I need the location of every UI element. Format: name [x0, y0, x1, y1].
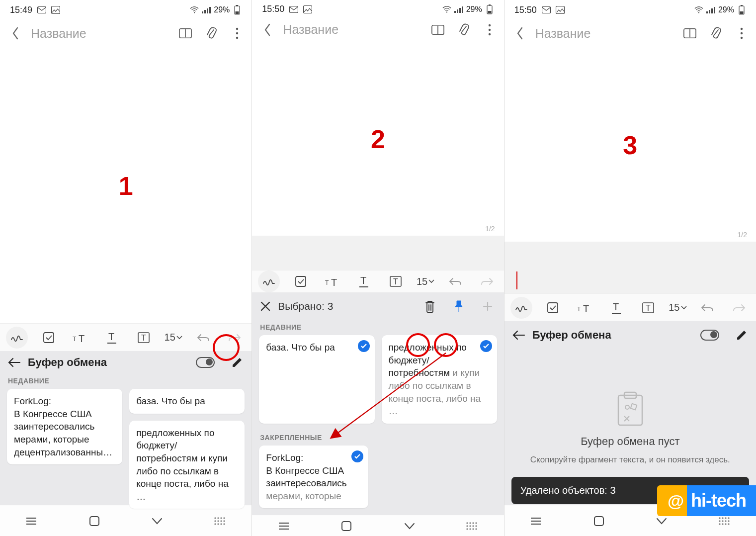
add-icon[interactable]: [479, 298, 496, 315]
redo-icon[interactable]: [476, 270, 498, 292]
svg-point-32: [221, 521, 222, 522]
note-canvas[interactable]: 2 1/2: [252, 43, 504, 236]
note-title-placeholder[interactable]: Название: [283, 22, 423, 37]
section-recent: НЕДАВНИЕ: [0, 374, 252, 387]
check-icon: [480, 340, 492, 352]
svg-text:T: T: [577, 306, 581, 313]
signal-icon: [706, 5, 715, 14]
handwriting-icon[interactable]: [6, 327, 28, 349]
close-selection-icon[interactable]: [260, 301, 271, 312]
nav-home-icon[interactable]: [591, 514, 606, 529]
svg-point-33: [224, 521, 225, 522]
text-underline-icon[interactable]: T: [605, 297, 627, 319]
nav-back-icon[interactable]: [402, 519, 417, 534]
svg-rect-92: [548, 303, 558, 313]
pin-icon[interactable]: [450, 298, 467, 315]
font-size-selector[interactable]: 15: [417, 276, 434, 287]
nav-home-icon[interactable]: [339, 519, 354, 534]
svg-rect-42: [457, 9, 458, 13]
undo-icon[interactable]: [696, 297, 718, 319]
edit-icon[interactable]: [735, 329, 748, 342]
nav-recents-icon[interactable]: [276, 519, 291, 534]
clip-item-selected[interactable]: предложенных по бюджету/потребностям и к…: [382, 335, 497, 424]
svg-point-66: [473, 523, 474, 524]
note-canvas[interactable]: 3 1/2: [504, 49, 756, 242]
checkbox-icon[interactable]: [290, 270, 312, 292]
note-canvas[interactable]: 1: [0, 49, 252, 323]
keyboard-icon[interactable]: [213, 514, 228, 529]
attach-icon[interactable]: [457, 23, 470, 36]
svg-rect-44: [462, 6, 463, 13]
text-size-icon[interactable]: TT: [69, 327, 91, 349]
attach-icon[interactable]: [709, 27, 722, 40]
screen-2: 15:50 29% Название 2 1/2 TT T T 15: [252, 0, 504, 536]
format-toolbar: TT T T 15: [0, 323, 252, 351]
note-title-placeholder[interactable]: Название: [31, 26, 171, 41]
clipboard-back-icon[interactable]: [8, 357, 21, 368]
more-icon[interactable]: [231, 27, 244, 40]
svg-point-101: [625, 405, 629, 409]
handwriting-icon[interactable]: [258, 270, 280, 292]
clipboard-toggle[interactable]: [196, 357, 215, 368]
text-box-icon[interactable]: T: [133, 327, 155, 349]
font-size-selector[interactable]: 15: [669, 302, 686, 313]
svg-point-118: [728, 524, 729, 525]
nav-recents-icon[interactable]: [24, 514, 39, 529]
back-button[interactable]: [8, 26, 23, 40]
clip-item[interactable]: предложенных по бюджету/потребностям и к…: [129, 421, 245, 509]
svg-point-115: [719, 524, 720, 525]
clipboard-toggle[interactable]: [700, 330, 719, 341]
nav-recents-icon[interactable]: [528, 514, 543, 529]
text-underline-icon[interactable]: T: [353, 270, 375, 292]
font-size-selector[interactable]: 15: [165, 332, 182, 343]
svg-point-12: [236, 28, 238, 30]
step-annotation: 3: [623, 130, 637, 160]
svg-point-72: [467, 529, 468, 530]
handwriting-icon[interactable]: [510, 297, 532, 319]
svg-rect-53: [296, 276, 306, 286]
clip-item[interactable]: база. Что бы ра: [129, 389, 245, 414]
more-icon[interactable]: [735, 27, 748, 40]
clip-item-selected[interactable]: ForkLog: В Конгрессе США заинтересовалис…: [259, 446, 368, 509]
back-button[interactable]: [260, 23, 275, 37]
back-button[interactable]: [512, 26, 527, 40]
checkbox-icon[interactable]: [542, 297, 564, 319]
svg-rect-8: [236, 5, 238, 6]
svg-text:T: T: [646, 304, 651, 312]
clip-item[interactable]: ForkLog: В Конгрессе США заинтересовалис…: [7, 389, 122, 464]
svg-text:T: T: [393, 277, 398, 286]
undo-icon[interactable]: [444, 270, 466, 292]
delete-icon[interactable]: [421, 298, 438, 315]
reader-mode-icon[interactable]: [179, 27, 192, 40]
svg-rect-99: [618, 395, 642, 425]
clip-item-selected[interactable]: база. Что бы ра: [259, 335, 374, 424]
svg-rect-102: [631, 404, 637, 410]
app-header: Название: [504, 18, 756, 49]
text-size-icon[interactable]: TT: [574, 297, 595, 319]
checkbox-icon[interactable]: [38, 327, 60, 349]
app-header: Название: [252, 16, 504, 43]
nav-home-icon[interactable]: [87, 514, 102, 529]
keyboard-icon[interactable]: [465, 519, 480, 534]
edit-icon[interactable]: [231, 356, 244, 369]
svg-rect-85: [741, 5, 743, 6]
redo-icon[interactable]: [224, 327, 246, 349]
reader-mode-icon[interactable]: [683, 27, 696, 40]
text-underline-icon[interactable]: T: [101, 327, 123, 349]
svg-point-13: [236, 32, 238, 34]
svg-text:T: T: [141, 334, 146, 342]
clipboard-back-icon[interactable]: [512, 330, 525, 341]
svg-point-108: [722, 518, 723, 519]
attach-icon[interactable]: [205, 27, 218, 40]
text-box-icon[interactable]: T: [637, 297, 659, 319]
svg-point-36: [221, 524, 222, 525]
undo-icon[interactable]: [192, 327, 214, 349]
more-icon[interactable]: [483, 23, 496, 36]
note-title-placeholder[interactable]: Название: [535, 26, 675, 41]
text-size-icon[interactable]: TT: [322, 270, 343, 292]
text-box-icon[interactable]: T: [385, 270, 407, 292]
reader-mode-icon[interactable]: [431, 23, 444, 36]
nav-back-icon[interactable]: [150, 514, 165, 529]
mail-icon: [37, 5, 46, 14]
redo-icon[interactable]: [728, 297, 750, 319]
